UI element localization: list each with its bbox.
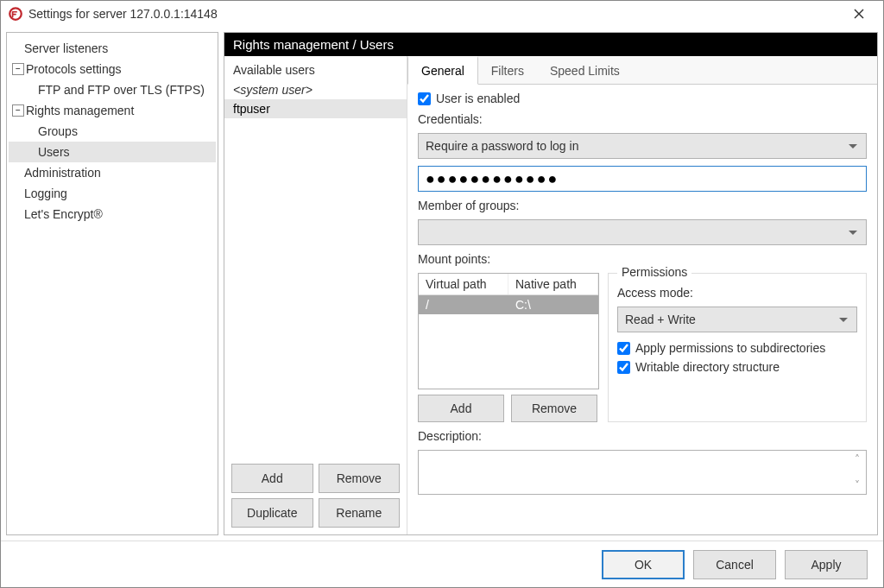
cell-virtual: / bbox=[419, 295, 508, 314]
description-textarea[interactable]: ˄ ˅ bbox=[418, 450, 867, 495]
mount-points-label: Mount points: bbox=[418, 252, 867, 266]
user-enabled-checkbox[interactable] bbox=[418, 92, 431, 105]
tree-label: Let's Encrypt® bbox=[24, 207, 103, 221]
add-mount-button[interactable]: Add bbox=[418, 395, 504, 422]
tree-label: Users bbox=[38, 145, 70, 159]
scroll-down-icon[interactable]: ˅ bbox=[851, 479, 863, 491]
credentials-label: Credentials: bbox=[418, 112, 867, 126]
tree-label: Administration bbox=[24, 166, 101, 180]
writable-dir-checkbox[interactable] bbox=[617, 361, 630, 374]
close-button[interactable] bbox=[842, 1, 876, 27]
title-bar: Settings for server 127.0.0.1:14148 bbox=[1, 1, 883, 27]
select-value: Read + Write bbox=[625, 313, 696, 326]
scroll-up-icon[interactable]: ˄ bbox=[851, 453, 863, 465]
tree-label: Server listeners bbox=[24, 41, 108, 55]
permissions-legend: Permissions bbox=[617, 265, 691, 279]
apply-perm-sub-label: Apply permissions to subdirectories bbox=[635, 341, 825, 355]
select-value: Require a password to log in bbox=[426, 139, 578, 153]
tree-label: FTP and FTP over TLS (FTPS) bbox=[38, 83, 205, 97]
tree-label: Protocols settings bbox=[26, 62, 122, 76]
member-of-groups-label: Member of groups: bbox=[418, 199, 867, 212]
user-enabled-label: User is enabled bbox=[436, 92, 520, 105]
apply-button[interactable]: Apply bbox=[785, 550, 868, 579]
tree-item-users[interactable]: Users bbox=[9, 142, 216, 162]
tree-label: Rights management bbox=[26, 104, 134, 117]
tree-item-groups[interactable]: Groups bbox=[9, 121, 216, 142]
collapse-icon[interactable]: − bbox=[12, 63, 24, 75]
ok-button[interactable]: OK bbox=[602, 550, 685, 579]
tab-general[interactable]: General bbox=[407, 56, 478, 85]
collapse-icon[interactable]: − bbox=[12, 104, 24, 117]
filezilla-icon bbox=[8, 6, 23, 22]
tab-speed-limits[interactable]: Speed Limits bbox=[537, 56, 633, 84]
col-native-path: Native path bbox=[508, 274, 598, 294]
tree-item-administration[interactable]: Administration bbox=[9, 162, 216, 183]
cancel-button[interactable]: Cancel bbox=[693, 550, 776, 579]
tab-filters[interactable]: Filters bbox=[478, 56, 537, 84]
tree-item-logging[interactable]: Logging bbox=[9, 183, 216, 204]
panel-title: Rights management / Users bbox=[224, 33, 877, 56]
tree-item-server-listeners[interactable]: Server listeners bbox=[9, 38, 216, 59]
list-item-user[interactable]: ftpuser bbox=[224, 99, 407, 118]
groups-select[interactable] bbox=[418, 219, 867, 245]
tree-label: Logging bbox=[24, 187, 67, 200]
user-list[interactable]: <system user> ftpuser bbox=[224, 80, 407, 457]
password-input[interactable] bbox=[418, 166, 867, 192]
rename-user-button[interactable]: Rename bbox=[319, 498, 401, 528]
tree-item-rights-management[interactable]: − Rights management bbox=[9, 100, 216, 121]
description-label: Description: bbox=[418, 429, 867, 443]
remove-user-button[interactable]: Remove bbox=[319, 464, 401, 493]
access-mode-select[interactable]: Read + Write bbox=[617, 307, 857, 332]
list-item-system-user[interactable]: <system user> bbox=[224, 80, 407, 99]
cell-native: C:\ bbox=[508, 295, 598, 314]
tree-item-ftp-ftps[interactable]: FTP and FTP over TLS (FTPS) bbox=[9, 79, 216, 100]
tree-item-lets-encrypt[interactable]: Let's Encrypt® bbox=[9, 204, 216, 224]
access-mode-label: Access mode: bbox=[617, 286, 857, 300]
credentials-select[interactable]: Require a password to log in bbox=[418, 133, 867, 159]
users-panel: Available users <system user> ftpuser Ad… bbox=[224, 56, 407, 534]
nav-tree: Server listeners − Protocols settings FT… bbox=[6, 32, 218, 535]
available-users-label: Available users bbox=[224, 56, 407, 80]
dialog-footer: OK Cancel Apply bbox=[1, 541, 883, 587]
remove-mount-button[interactable]: Remove bbox=[511, 395, 597, 422]
tree-label: Groups bbox=[38, 124, 78, 138]
window-title: Settings for server 127.0.0.1:14148 bbox=[28, 7, 218, 21]
tree-item-protocols-settings[interactable]: − Protocols settings bbox=[9, 59, 216, 79]
tab-strip: General Filters Speed Limits bbox=[407, 56, 877, 85]
col-virtual-path: Virtual path bbox=[419, 274, 508, 294]
apply-perm-sub-checkbox[interactable] bbox=[617, 342, 630, 355]
table-row[interactable]: / C:\ bbox=[419, 295, 598, 314]
writable-dir-label: Writable directory structure bbox=[635, 360, 780, 374]
mount-points-table[interactable]: Virtual path Native path / C:\ bbox=[418, 273, 599, 389]
add-user-button[interactable]: Add bbox=[231, 464, 313, 493]
duplicate-user-button[interactable]: Duplicate bbox=[231, 498, 313, 528]
permissions-group: Permissions Access mode: Read + Write Ap… bbox=[608, 273, 867, 422]
